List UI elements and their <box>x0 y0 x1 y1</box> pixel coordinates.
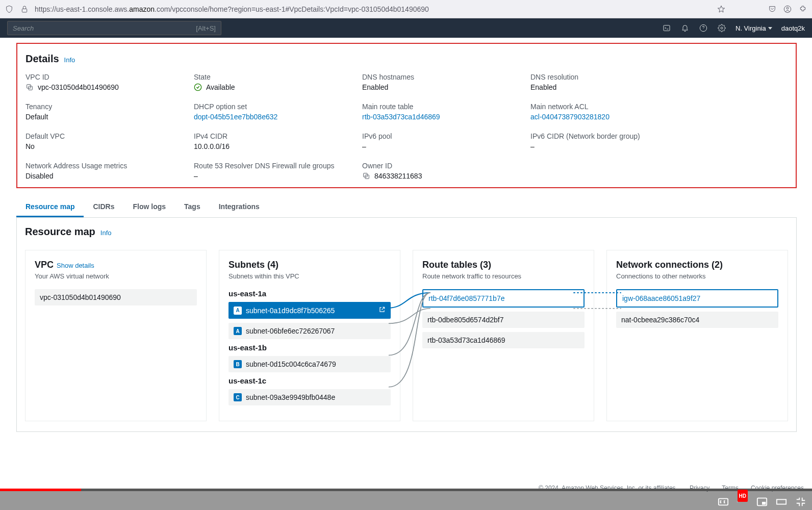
dhcp-label: DHCP option set <box>194 103 362 111</box>
default-vpc-label: Default VPC <box>26 132 194 140</box>
aws-top-nav: Search [Alt+S] N. Virginia daotq2k <box>0 18 812 38</box>
ipv6-cidr-label: IPv6 CIDR (Network border group) <box>530 132 788 140</box>
subnets-sub: Subnets within this VPC <box>229 272 391 280</box>
url-bar[interactable]: https://us-east-1.console.aws.amazon.com… <box>35 5 711 13</box>
tab-cidrs[interactable]: CIDRs <box>84 197 123 217</box>
cloudshell-icon[interactable] <box>662 23 671 33</box>
az-letter-icon: A <box>234 307 242 315</box>
ipv6-cidr-value: – <box>530 142 788 150</box>
theater-icon[interactable] <box>775 496 788 508</box>
details-title: Details <box>26 53 59 65</box>
az-letter-icon: B <box>234 360 242 368</box>
subnet-chip[interactable]: C subnet-09a3e9949bfb0448e <box>229 389 391 405</box>
dns-hostnames-label: DNS hostnames <box>362 73 530 81</box>
vpc-col-title: VPC <box>35 260 54 270</box>
subnets-title: Subnets (4) <box>229 260 391 270</box>
tenancy-value: Default <box>26 113 194 121</box>
vpc-col-sub: Your AWS virtual network <box>35 272 197 280</box>
account-icon[interactable] <box>782 4 793 14</box>
fullscreen-exit-icon[interactable] <box>795 496 807 508</box>
main-route-link[interactable]: rtb-03a53d73ca1d46869 <box>362 113 440 121</box>
tab-flow-logs[interactable]: Flow logs <box>124 197 175 217</box>
tab-tags[interactable]: Tags <box>175 197 210 217</box>
resource-map-panel: Resource map Info VPCShow deta <box>16 218 797 432</box>
tab-resource-map[interactable]: Resource map <box>16 197 84 217</box>
video-progress-bar[interactable]: HD <box>0 489 812 510</box>
dns-hostnames-value: Enabled <box>362 83 530 91</box>
ipv4-cidr-value: 10.0.0.0/16 <box>194 142 362 150</box>
tabs: Resource map CIDRs Flow logs Tags Integr… <box>16 197 797 218</box>
settings-icon[interactable]: HD <box>737 496 749 508</box>
dhcp-link[interactable]: dopt-045b51ee7bb08e632 <box>194 113 277 121</box>
igw-chip-outlined[interactable]: igw-068aace86051a9f27 <box>616 289 778 308</box>
copy-icon[interactable] <box>362 172 370 180</box>
subnet-chip-selected[interactable]: A subnet-0a1d9dc8f7b506265 <box>229 302 391 319</box>
svg-point-2 <box>786 7 789 9</box>
svg-rect-0 <box>22 9 27 12</box>
ipv6-pool-value: – <box>362 142 530 150</box>
rtb-chip[interactable]: rtb-03a53d73ca1d46869 <box>422 332 585 348</box>
gear-icon[interactable] <box>717 23 726 33</box>
route-tables-column: Route tables (3) Route network traffic t… <box>413 250 594 421</box>
copy-icon[interactable] <box>26 83 34 91</box>
nau-label: Network Address Usage metrics <box>26 162 194 170</box>
shield-icon <box>4 4 14 14</box>
default-vpc-value: No <box>26 142 194 150</box>
network-connections-column: Network connections (2) Connections to o… <box>606 250 788 421</box>
svg-rect-15 <box>777 499 786 504</box>
az-letter-icon: A <box>234 327 242 335</box>
subnet-chip[interactable]: B subnet-0d15c004c6ca74679 <box>229 356 391 372</box>
pocket-icon[interactable] <box>767 4 777 14</box>
bell-icon[interactable] <box>680 23 690 33</box>
r53-label: Route 53 Resolver DNS Firewall rule grou… <box>194 162 362 170</box>
state-value: Available <box>206 83 235 91</box>
nau-value: Disabled <box>26 172 194 180</box>
dns-resolution-label: DNS resolution <box>530 73 788 81</box>
search-input[interactable]: Search [Alt+S] <box>7 21 221 35</box>
check-circle-icon <box>194 83 202 91</box>
main-acl-link[interactable]: acl-04047387903281820 <box>530 113 610 121</box>
ipv4-cidr-label: IPv4 CIDR <box>194 132 362 140</box>
tab-integrations[interactable]: Integrations <box>210 197 269 217</box>
owner-label: Owner ID <box>362 162 530 170</box>
show-details-link[interactable]: Show details <box>57 262 94 269</box>
rtb-chip-outlined[interactable]: rtb-04f7d6e0857771b7e <box>422 289 585 308</box>
main-acl-label: Main network ACL <box>530 103 788 111</box>
external-link-icon[interactable] <box>378 306 386 315</box>
extensions-icon[interactable] <box>798 4 808 14</box>
svg-point-8 <box>194 84 201 90</box>
owner-value: 846338211683 <box>374 172 422 180</box>
captions-icon[interactable] <box>717 496 729 508</box>
dns-resolution-value: Enabled <box>530 83 788 91</box>
user-menu[interactable]: daotq2k <box>781 24 805 32</box>
region-selector[interactable]: N. Virginia <box>735 24 772 32</box>
nc-title: Network connections (2) <box>616 260 778 270</box>
help-icon[interactable] <box>699 23 708 33</box>
vpc-chip[interactable]: vpc-031050d4b01490690 <box>35 289 197 305</box>
details-info-link[interactable]: Info <box>64 56 75 64</box>
details-panel: Details Info VPC ID vpc-031050d4b0149069… <box>16 43 797 188</box>
search-hint: [Alt+S] <box>196 24 216 32</box>
az-heading: us-east-1b <box>229 343 391 352</box>
state-label: State <box>194 73 362 81</box>
r53-value: – <box>194 172 362 180</box>
svg-rect-14 <box>762 502 766 505</box>
az-letter-icon: C <box>234 393 242 401</box>
rtb-chip[interactable]: rtb-0dbe805d6574d2bf7 <box>422 312 585 328</box>
resource-map-title: Resource map <box>25 226 95 238</box>
nat-chip[interactable]: nat-0cbeea29c386c70c4 <box>616 312 778 328</box>
vpc-id-label: VPC ID <box>26 73 194 81</box>
svg-point-5 <box>721 27 723 29</box>
az-heading: us-east-1c <box>229 376 391 385</box>
caret-down-icon <box>768 27 772 30</box>
subnet-chip[interactable]: A subnet-06bfe6ec726267067 <box>229 323 391 339</box>
lock-icon <box>19 4 30 14</box>
search-placeholder: Search <box>13 24 34 32</box>
resource-map-info-link[interactable]: Info <box>100 229 112 237</box>
rtb-sub: Route network traffic to resources <box>422 272 585 280</box>
star-icon[interactable] <box>716 4 726 14</box>
subnets-column: Subnets (4) Subnets within this VPC us-e… <box>219 250 400 421</box>
miniplayer-icon[interactable] <box>756 496 768 508</box>
az-heading: us-east-1a <box>229 289 391 298</box>
rtb-title: Route tables (3) <box>422 260 585 270</box>
